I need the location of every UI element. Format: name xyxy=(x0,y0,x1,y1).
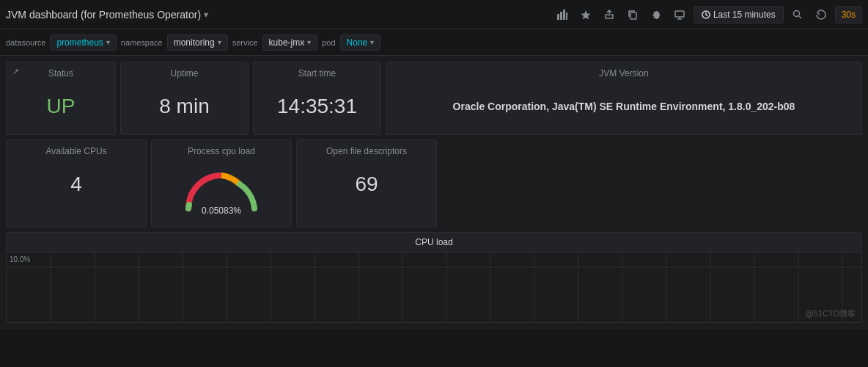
svg-rect-0 xyxy=(557,14,559,20)
gauge-wrap: 0.05083% xyxy=(181,168,262,216)
cpu-load-chart-section: CPU load 10.0% xyxy=(6,232,862,323)
namespace-caret: ▾ xyxy=(218,38,221,46)
copy-btn[interactable] xyxy=(623,7,642,23)
filedesc-card: Open file descriptors 69 xyxy=(296,139,437,228)
search-zoom-btn[interactable] xyxy=(788,7,807,23)
share-icon xyxy=(604,10,614,20)
datasource-select[interactable]: prometheus ▾ xyxy=(50,34,116,51)
chart-icon-btn[interactable] xyxy=(553,7,572,23)
search-icon xyxy=(792,10,803,20)
uptime-card: Uptime 8 min xyxy=(120,62,249,135)
cpus-card: Available CPUs 4 xyxy=(6,139,147,228)
cpus-card-value: 4 xyxy=(15,162,137,206)
clock-icon xyxy=(702,10,710,19)
card-row-1: ↗ Status UP Uptime 8 min Start time 14:3… xyxy=(6,62,862,135)
pod-label: pod xyxy=(322,38,335,47)
starttime-card-value: 14:35:31 xyxy=(262,84,372,128)
service-value: kube-jmx xyxy=(269,37,305,48)
star-icon xyxy=(581,10,591,20)
namespace-value: monitoring xyxy=(174,37,215,48)
cpuload-card-title: Process cpu load xyxy=(161,146,282,156)
svg-rect-5 xyxy=(630,12,636,19)
datasource-caret: ▾ xyxy=(106,38,110,46)
time-range-btn[interactable]: Last 15 minutes xyxy=(694,6,784,23)
service-caret: ▾ xyxy=(307,38,311,46)
share-btn[interactable] xyxy=(600,7,619,23)
filedesc-card-value: 69 xyxy=(306,162,427,206)
star-btn[interactable] xyxy=(576,7,595,23)
service-label: service xyxy=(232,38,258,47)
svg-rect-3 xyxy=(566,12,567,20)
time-range-label: Last 15 minutes xyxy=(713,10,776,20)
watermark-text: @51CTO博客 xyxy=(806,308,856,319)
copy-icon xyxy=(628,10,638,20)
svg-marker-4 xyxy=(581,10,590,20)
pod-select[interactable]: None ▾ xyxy=(340,34,381,51)
cpus-card-title: Available CPUs xyxy=(15,146,137,156)
status-card-title: Status xyxy=(15,68,106,79)
starttime-card-title: Start time xyxy=(262,68,372,79)
card-row-2: Available CPUs 4 Process cpu load xyxy=(6,139,862,228)
service-select[interactable]: kube-jmx ▾ xyxy=(262,34,318,51)
filter-bar: datasource prometheus ▾ namespace monito… xyxy=(0,29,868,56)
title-text: JVM dashboard (for Prometheus Operator) xyxy=(6,9,201,21)
jvmversion-card-value: Oracle Corporation, Java(TM) SE Runtime … xyxy=(395,84,853,128)
status-card: ↗ Status UP xyxy=(6,62,116,135)
pod-value: None xyxy=(347,37,368,48)
namespace-label: namespace xyxy=(121,38,163,47)
refresh-icon xyxy=(816,10,826,20)
monitor-btn[interactable] xyxy=(670,7,689,23)
chart-title: CPU load xyxy=(7,233,861,252)
top-nav: JVM dashboard (for Prometheus Operator) … xyxy=(0,0,868,29)
starttime-card: Start time 14:35:31 xyxy=(253,62,381,135)
chart-grid-svg xyxy=(7,252,861,322)
namespace-select[interactable]: monitoring ▾ xyxy=(167,34,228,51)
filedesc-card-title: Open file descriptors xyxy=(306,146,427,156)
jvmversion-card-title: JVM Version xyxy=(395,68,853,79)
dashboard-title: JVM dashboard (for Prometheus Operator) … xyxy=(6,9,547,21)
jvmversion-card: JVM Version Oracle Corporation, Java(TM)… xyxy=(386,62,862,135)
svg-rect-2 xyxy=(563,10,565,20)
refresh-interval-badge: 30s xyxy=(835,6,862,23)
svg-point-8 xyxy=(793,10,799,16)
chart-area: 10.0% xyxy=(7,252,861,322)
uptime-card-value: 8 min xyxy=(130,84,239,128)
svg-rect-1 xyxy=(560,12,562,20)
datasource-value: prometheus xyxy=(56,37,103,48)
row2-spacer xyxy=(441,139,862,228)
datasource-label: datasource xyxy=(6,38,45,47)
title-chevron[interactable]: ▾ xyxy=(204,10,208,20)
pod-caret: ▾ xyxy=(370,38,374,46)
svg-rect-6 xyxy=(675,11,684,17)
cpuload-gauge-label: 0.05083% xyxy=(202,206,241,216)
dashboard-content: ↗ Status UP Uptime 8 min Start time 14:3… xyxy=(0,56,868,329)
link-icon[interactable]: ↗ xyxy=(12,67,19,76)
nav-icons: Last 15 minutes 30s xyxy=(553,6,862,23)
settings-btn[interactable] xyxy=(647,7,666,23)
uptime-card-title: Uptime xyxy=(130,68,239,79)
gear-icon xyxy=(651,10,661,20)
refresh-btn[interactable] xyxy=(812,7,831,23)
status-card-value: UP xyxy=(15,84,106,128)
chart-bar-icon xyxy=(557,10,567,20)
monitor-icon xyxy=(674,10,685,20)
cpuload-card: Process cpu load 0.050 xyxy=(151,139,292,228)
gauge-container: 0.05083% xyxy=(161,162,282,221)
